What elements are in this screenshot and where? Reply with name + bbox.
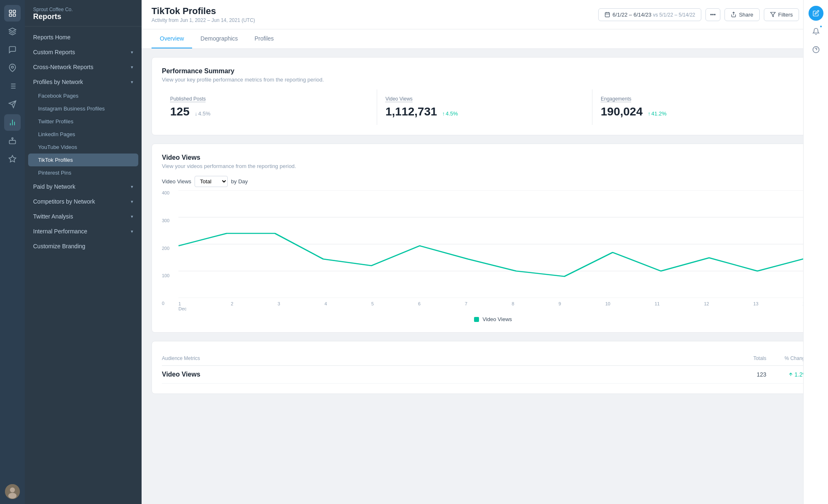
cross-network-label: Cross-Network Reports [33,64,93,70]
filters-label: Filters [778,12,793,18]
sidebar-item-paid-by-network[interactable]: Paid by Network ▾ [25,179,142,194]
performance-metrics-grid: Published Posts 125 ↓ 4.5% Video Views 1… [162,89,808,125]
sidebar-subitem-linkedin-pages[interactable]: LinkedIn Pages [25,128,142,141]
user-avatar[interactable] [5,484,20,499]
page-title: TikTok Profiles [152,6,255,17]
rail-send-icon[interactable] [4,96,21,113]
company-name: Sprout Coffee Co. [33,7,133,12]
video-views-change: ↑ 4.5% [442,110,458,117]
svg-rect-1 [13,10,16,13]
sidebar-subitem-tiktok-profiles[interactable]: TikTok Profiles [28,154,138,166]
calendar-icon [604,12,610,17]
date-range-label: 6/1/22 – 6/14/23 vs 5/1/22 – 5/14/22 [613,12,696,18]
topbar-right: 6/1/22 – 6/14/23 vs 5/1/22 – 5/14/22 •••… [598,7,818,22]
sidebar-item-cross-network[interactable]: Cross-Network Reports ▾ [25,60,142,74]
engagements-change: ↑ 41.2% [648,110,667,117]
sidebar-nav: Reports Home Custom Reports ▾ Cross-Netw… [25,26,142,504]
rail-home-icon[interactable] [4,5,21,22]
audience-metrics-card: Audience Metrics Totals % Change Video V… [152,341,818,394]
chart-filter-label: Video Views [162,178,191,185]
audience-metrics-col-change: % Change [766,355,808,361]
notifications-button[interactable] [809,24,823,39]
published-posts-value: 125 ↓ 4.5% [170,105,368,118]
svg-marker-30 [770,12,775,17]
row-video-views-change: 1.2% [766,371,808,378]
rail-list-icon[interactable] [4,78,21,94]
custom-reports-label: Custom Reports [33,49,75,55]
sidebar-subitem-pinterest-pins[interactable]: Pinterest Pins [25,166,142,179]
legend-dot-video-views [474,317,479,322]
chart-view-select[interactable]: Total Unique [195,176,228,187]
legend-label-video-views: Video Views [482,316,512,322]
help-button[interactable] [809,42,823,57]
sidebar-item-internal-performance[interactable]: Internal Performance ▾ [25,224,142,239]
svg-rect-16 [10,140,16,144]
metric-published-posts: Published Posts 125 ↓ 4.5% [162,89,377,125]
svg-point-24 [8,493,17,499]
icon-rail [0,0,25,504]
engagements-label: Engagements [601,96,799,102]
tab-profiles[interactable]: Profiles [246,29,282,48]
topbar: TikTok Profiles Activity from Jun 1, 202… [142,0,828,29]
sidebar-subitem-youtube-videos[interactable]: YouTube Videos [25,141,142,154]
chart-container: 400 300 200 100 0 [162,190,808,322]
published-posts-change: ↓ 4.5% [195,110,210,117]
tab-overview[interactable]: Overview [152,29,192,48]
chart-legend: Video Views [178,316,808,322]
filters-button[interactable]: Filters [764,8,799,21]
row-video-views-label: Video Views [162,371,717,378]
audience-metrics-col-totals: Totals [717,355,766,361]
sidebar-item-customize-branding[interactable]: Customize Branding [25,239,142,254]
table-row: Video Views 123 1.2% [162,366,808,384]
sidebar-subitem-instagram-business[interactable]: Instagram Business Profiles [25,102,142,115]
sidebar-item-reports-home[interactable]: Reports Home [25,30,142,45]
compose-button[interactable] [809,6,823,21]
perf-summary-subtitle: View your key profile performance metric… [162,77,808,83]
profiles-by-network-label: Profiles by Network [33,79,83,85]
svg-rect-2 [10,14,12,17]
chevron-down-icon: ▾ [131,50,133,55]
row-video-views-total: 123 [717,371,766,378]
audience-metrics-col-label: Audience Metrics [162,355,717,361]
chevron-down-icon: ▾ [131,229,133,234]
chevron-down-icon: ▾ [131,199,133,204]
video-views-chart-card: Video Views View your videos performance… [152,144,818,333]
sidebar-item-competitors-by-network[interactable]: Competitors by Network ▾ [25,194,142,209]
more-options-button[interactable]: ••• [705,8,720,21]
share-label: Share [739,12,753,18]
chart-controls: Video Views Total Unique by Day [162,176,808,187]
rail-bot-icon[interactable] [4,132,21,149]
rail-pin-icon[interactable] [4,60,21,76]
rail-inbox-icon[interactable] [4,41,21,58]
tab-demographics[interactable]: Demographics [192,29,246,48]
svg-rect-3 [13,14,16,17]
sidebar-subitem-facebook-pages[interactable]: Facebook Pages [25,89,142,102]
chart-svg [178,190,808,298]
sidebar-item-profiles-by-network[interactable]: Profiles by Network ▾ [25,74,142,89]
sidebar: Sprout Coffee Co. Reports Reports Home C… [25,0,142,504]
share-button[interactable]: Share [724,8,760,21]
sidebar-subitem-twitter-profiles[interactable]: Twitter Profiles [25,115,142,128]
content-area: Overview Demographics Profiles Performan… [142,29,828,504]
customize-branding-label: Customize Branding [33,243,85,250]
compose-icon [813,10,819,17]
page-subtitle: Activity from Jun 1, 2022 – Jun 14, 2021… [152,17,255,23]
twitter-analysis-label: Twitter Analysis [33,213,73,220]
rail-layers-icon[interactable] [4,23,21,40]
svg-point-4 [12,66,14,68]
more-icon: ••• [710,12,716,18]
filters-icon [770,12,776,17]
sidebar-item-twitter-analysis[interactable]: Twitter Analysis ▾ [25,209,142,224]
internal-performance-label: Internal Performance [33,228,87,235]
paid-by-network-label: Paid by Network [33,183,75,190]
competitors-by-network-label: Competitors by Network [33,198,95,205]
rail-chart-icon[interactable] [4,114,21,131]
rail-star-icon[interactable] [4,151,21,167]
date-range-button[interactable]: 6/1/22 – 6/14/23 vs 5/1/22 – 5/14/22 [598,8,702,21]
sidebar-header: Sprout Coffee Co. Reports [25,0,142,26]
video-views-label: Video Views [385,96,584,102]
svg-rect-0 [10,10,12,13]
help-icon [812,46,820,53]
chevron-down-icon: ▾ [131,214,133,219]
sidebar-item-custom-reports[interactable]: Custom Reports ▾ [25,45,142,60]
